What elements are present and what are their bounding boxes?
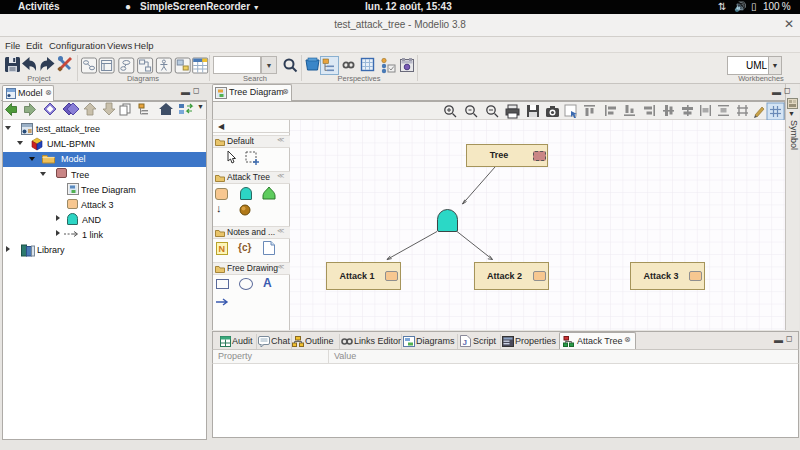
svg-text:J: J xyxy=(463,338,467,347)
svg-text:N: N xyxy=(219,244,226,254)
